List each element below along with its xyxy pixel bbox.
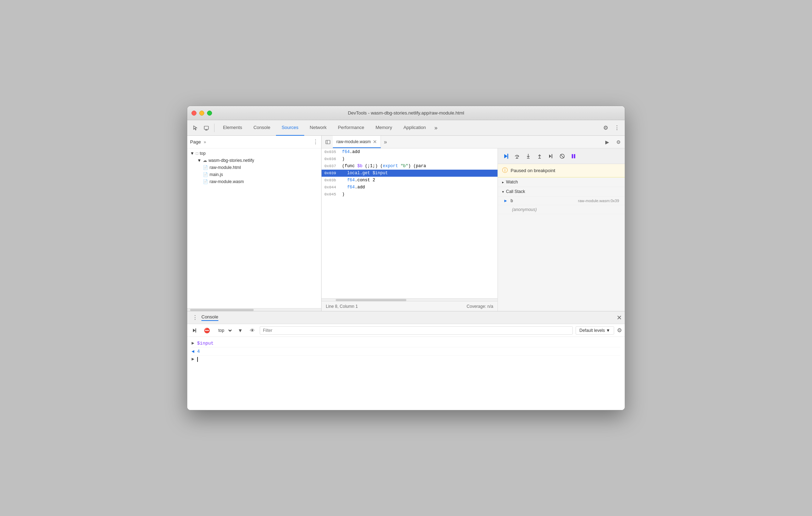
step-out-button[interactable] (535, 151, 545, 161)
main-content: Page » ⋮ ▼ □ top ▼ ☁ w (187, 136, 625, 311)
editor-tab-label: raw-module.wasm (336, 139, 371, 144)
console-output-arrow-icon: ◀ (192, 348, 194, 354)
status-coverage: Coverage: n/a (467, 304, 493, 309)
step-into-button[interactable] (523, 151, 533, 161)
frame-name-anonymous: (anonymous) (512, 207, 537, 212)
close-button[interactable] (192, 111, 196, 116)
device-icon[interactable] (201, 123, 211, 133)
tab-network[interactable]: Network (304, 120, 333, 136)
deactivate-breakpoints-button[interactable] (557, 151, 567, 161)
devtools-body: Elements Console Sources Network Perform… (187, 120, 625, 410)
console-cursor (197, 357, 198, 362)
tree-item-wasm[interactable]: 📄 raw-module.wasm (187, 178, 321, 185)
tree-item-top[interactable]: ▼ □ top (187, 150, 321, 157)
divider-1 (214, 124, 214, 132)
devtools-window: DevTools - wasm-dbg-stories.netlify.app/… (187, 106, 625, 410)
call-stack-label: Call Stack (506, 189, 525, 194)
more-options-icon[interactable]: ⋮ (612, 123, 622, 133)
editor-tab-wasm[interactable]: raw-module.wasm ✕ (333, 136, 381, 148)
svg-rect-15 (574, 154, 575, 158)
tab-application[interactable]: Application (398, 120, 432, 136)
frame-location-b: raw-module.wasm:0x39 (578, 199, 619, 203)
console-output-value: 4 (197, 349, 200, 354)
console-menu-icon[interactable]: ⋮ (190, 313, 200, 323)
left-panel-scrollbar[interactable] (187, 308, 321, 311)
execute-script-icon[interactable] (190, 326, 199, 335)
console-settings-icon[interactable]: ⚙ (617, 327, 622, 334)
tab-more-button[interactable]: » (431, 120, 440, 136)
status-bar: Line 8, Column 1 Coverage: n/a (322, 301, 498, 311)
context-dropdown-icon[interactable]: ▼ (236, 326, 245, 335)
svg-rect-2 (326, 140, 330, 144)
editor-tabs: raw-module.wasm ✕ » ▶ ⚙ (322, 136, 625, 148)
watch-section-header[interactable]: Watch (498, 177, 625, 187)
main-toolbar: Elements Console Sources Network Perform… (187, 120, 625, 136)
run-script-icon[interactable]: ▶ (602, 137, 612, 147)
call-stack-item-b[interactable]: ► b raw-module.wasm:0x39 (498, 197, 625, 205)
svg-line-13 (560, 154, 564, 158)
code-line-045: 0x045 ) (322, 191, 498, 198)
horizontal-scrollbar[interactable] (322, 298, 498, 301)
file-tree: ▼ □ top ▼ ☁ wasm-dbg-stories.netlify (187, 148, 321, 308)
traffic-lights (192, 111, 212, 116)
pause-on-exceptions-button[interactable] (569, 151, 578, 161)
context-selector[interactable]: top (214, 327, 233, 334)
code-editor: 0x035 f64.add 0x036 ) 0x037 (f (322, 148, 498, 311)
clear-console-icon[interactable]: ⛔ (202, 326, 211, 335)
console-filter-input[interactable] (260, 326, 573, 335)
window-title: DevTools - wasm-dbg-stories.netlify.app/… (348, 110, 464, 116)
tree-item-html[interactable]: 📄 raw-module.html (187, 164, 321, 171)
tab-console[interactable]: Console (248, 120, 276, 136)
call-stack-item-anonymous[interactable]: (anonymous) (498, 205, 625, 214)
console-close-icon[interactable]: ✕ (617, 314, 622, 322)
editor-more-tabs-icon[interactable]: » (381, 139, 390, 145)
breakpoint-banner: ⓘ Paused on breakpoint (498, 164, 625, 177)
active-frame-icon: ► (504, 198, 508, 203)
tab-sources[interactable]: Sources (276, 120, 304, 136)
editor-actions: ▶ ⚙ (602, 137, 623, 147)
settings-gear-icon[interactable]: ⚙ (613, 137, 623, 147)
console-line-input-1: ► $input (192, 340, 620, 347)
code-panel[interactable]: 0x035 f64.add 0x036 ) 0x037 (f (322, 148, 498, 298)
tree-item-domain[interactable]: ▼ ☁ wasm-dbg-stories.netlify (187, 157, 321, 164)
tab-close-icon[interactable]: ✕ (373, 139, 377, 145)
center-right-area: raw-module.wasm ✕ » ▶ ⚙ (322, 136, 625, 311)
minimize-button[interactable] (199, 111, 204, 116)
settings-icon[interactable]: ⚙ (601, 123, 611, 133)
log-levels-button[interactable]: Default levels ▼ (576, 326, 614, 335)
panel-menu-icon[interactable]: ⋮ (313, 139, 318, 145)
editor-debugger-split: 0x035 f64.add 0x036 ) 0x037 (f (322, 148, 625, 311)
live-expressions-icon[interactable]: 👁 (248, 326, 257, 335)
console-output[interactable]: ► $input ◀ 4 ► (187, 337, 625, 410)
console-line-output-1: ◀ 4 (192, 347, 620, 356)
code-line-039: 0x039 local.get $input (322, 170, 498, 177)
console-header: ⋮ Console ✕ (187, 311, 625, 324)
info-icon: ⓘ (502, 167, 508, 174)
cursor-icon[interactable] (190, 123, 200, 133)
call-stack-section-header[interactable]: Call Stack (498, 187, 625, 197)
tab-performance[interactable]: Performance (332, 120, 370, 136)
tab-elements[interactable]: Elements (217, 120, 248, 136)
code-line-037: 0x037 (func $b (;1;) (export "b") (para (322, 163, 498, 170)
fullscreen-button[interactable] (207, 111, 212, 116)
resume-button[interactable] (501, 151, 511, 161)
console-prompt-right-arrow: ► (192, 341, 194, 346)
debugger-panel: ⓘ Paused on breakpoint Watch Call Stack (498, 148, 625, 311)
tab-memory[interactable]: Memory (370, 120, 398, 136)
console-active-input-line: ► (192, 356, 620, 363)
scrollbar-thumb[interactable] (336, 299, 406, 301)
step-over-button[interactable] (512, 151, 522, 161)
tab-bar: Elements Console Sources Network Perform… (217, 120, 599, 136)
panel-more-icon[interactable]: » (204, 140, 206, 145)
frame-name-b: b (511, 198, 525, 203)
console-tab-label[interactable]: Console (201, 314, 218, 321)
debugger-toolbar (498, 148, 625, 164)
sidebar-toggle-icon[interactable] (323, 137, 333, 147)
svg-rect-14 (572, 154, 573, 158)
panel-title: Page (190, 139, 201, 145)
svg-rect-1 (205, 130, 207, 130)
breakpoint-text: Paused on breakpoint (511, 168, 555, 173)
code-line-036: 0x036 ) (322, 156, 498, 163)
tree-item-mainjs[interactable]: 📄 main.js (187, 171, 321, 178)
step-button[interactable] (546, 151, 556, 161)
